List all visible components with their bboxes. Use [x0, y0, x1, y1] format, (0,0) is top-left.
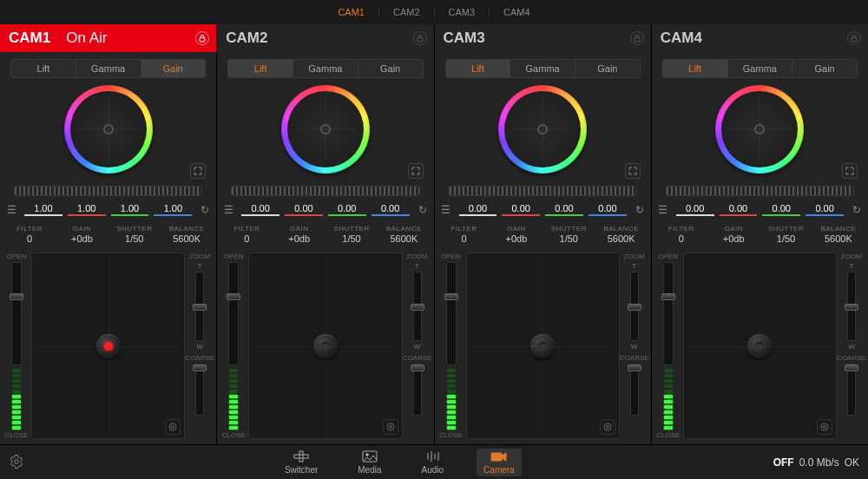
nav-switcher[interactable]: Switcher: [278, 449, 325, 476]
camera-tab[interactable]: CAM1: [334, 4, 368, 20]
gear-icon[interactable]: [9, 454, 26, 471]
value-b[interactable]: 0.00: [806, 203, 844, 216]
seg-gain[interactable]: Gain: [792, 59, 858, 78]
value-b[interactable]: 1.00: [154, 203, 192, 216]
seg-lift[interactable]: Lift: [662, 59, 728, 78]
seg-lift[interactable]: Lift: [227, 59, 293, 78]
coarse-slider[interactable]: [195, 364, 204, 416]
metric-gain[interactable]: GAIN +0db: [707, 225, 760, 244]
metric-filter[interactable]: FILTER 0: [655, 225, 707, 244]
metric-filter[interactable]: FILTER 0: [3, 225, 56, 244]
joystick[interactable]: [530, 334, 555, 358]
seg-lift[interactable]: Lift: [10, 59, 76, 78]
camera-tab[interactable]: CAM3: [445, 4, 479, 20]
seg-lift[interactable]: Lift: [445, 59, 511, 78]
value-w[interactable]: 0.00: [241, 203, 279, 216]
nav-audio[interactable]: Audio: [415, 449, 451, 476]
lock-icon[interactable]: [847, 31, 861, 45]
hamburger-icon[interactable]: ☰: [655, 204, 671, 216]
lock-icon[interactable]: [413, 31, 427, 45]
metric-shutter[interactable]: SHUTTER 1/50: [760, 225, 812, 244]
coarse-slider[interactable]: [413, 364, 422, 416]
iris-slider[interactable]: [11, 262, 22, 365]
seg-gamma[interactable]: Gamma: [510, 59, 575, 78]
value-r[interactable]: 0.00: [285, 203, 323, 216]
metric-gain[interactable]: GAIN +0db: [273, 225, 326, 244]
zoom-slider[interactable]: [195, 272, 204, 341]
seg-gain[interactable]: Gain: [141, 59, 207, 78]
value-g[interactable]: 1.00: [111, 203, 149, 216]
metric-balance[interactable]: BALANCE 5600K: [595, 225, 647, 244]
value-w[interactable]: 1.00: [24, 203, 62, 216]
value-g[interactable]: 0.00: [762, 203, 800, 216]
hamburger-icon[interactable]: ☰: [220, 204, 236, 216]
expand-icon[interactable]: [190, 163, 206, 179]
color-wheel[interactable]: [64, 85, 153, 174]
xy-pad[interactable]: [31, 253, 185, 439]
autofocus-icon[interactable]: [383, 419, 398, 435]
hamburger-icon[interactable]: ☰: [438, 204, 454, 216]
metric-shutter[interactable]: SHUTTER 1/50: [542, 225, 595, 244]
value-b[interactable]: 0.00: [372, 203, 410, 216]
reset-icon[interactable]: ↻: [197, 204, 213, 216]
metric-filter[interactable]: FILTER 0: [438, 225, 490, 244]
hamburger-icon[interactable]: ☰: [3, 204, 19, 216]
seg-gain[interactable]: Gain: [575, 59, 641, 78]
xy-pad[interactable]: [683, 253, 837, 439]
zoom-slider[interactable]: [630, 272, 639, 341]
ym-slider[interactable]: [217, 182, 433, 201]
metric-shutter[interactable]: SHUTTER 1/50: [108, 225, 161, 244]
value-r[interactable]: 1.00: [68, 203, 106, 216]
metric-balance[interactable]: BALANCE 5600K: [378, 225, 430, 244]
camera-tab[interactable]: CAM4: [500, 4, 534, 20]
nav-camera[interactable]: Camera: [477, 449, 522, 476]
metric-balance[interactable]: BALANCE 5600K: [161, 225, 213, 244]
iris-slider[interactable]: [228, 262, 239, 365]
ym-slider[interactable]: [652, 182, 868, 201]
value-g[interactable]: 0.00: [328, 203, 366, 216]
xy-pad[interactable]: [466, 253, 620, 439]
autofocus-icon[interactable]: [165, 419, 181, 435]
nav-media[interactable]: Media: [351, 449, 388, 476]
seg-gamma[interactable]: Gamma: [76, 59, 141, 78]
ym-slider[interactable]: [435, 182, 651, 201]
lock-icon[interactable]: [630, 31, 644, 45]
value-r[interactable]: 0.00: [720, 203, 758, 216]
seg-gain[interactable]: Gain: [358, 59, 424, 78]
color-wheel[interactable]: [715, 85, 804, 174]
reset-icon[interactable]: ↻: [632, 204, 648, 216]
color-wheel[interactable]: [498, 85, 587, 174]
value-w[interactable]: 0.00: [676, 203, 714, 216]
reset-icon[interactable]: ↻: [849, 204, 865, 216]
value-w[interactable]: 0.00: [459, 203, 497, 216]
expand-icon[interactable]: [625, 163, 641, 179]
value-g[interactable]: 0.00: [545, 203, 583, 216]
value-b[interactable]: 0.00: [589, 203, 627, 216]
lock-icon[interactable]: [195, 31, 209, 45]
metric-balance[interactable]: BALANCE 5600K: [812, 225, 865, 244]
ym-slider[interactable]: [0, 182, 216, 201]
seg-gamma[interactable]: Gamma: [728, 59, 793, 78]
color-wheel[interactable]: [281, 85, 370, 174]
value-r[interactable]: 0.00: [502, 203, 540, 216]
expand-icon[interactable]: [842, 163, 858, 179]
coarse-slider[interactable]: [630, 364, 639, 416]
coarse-slider[interactable]: [847, 364, 856, 416]
joystick[interactable]: [313, 334, 338, 358]
reset-icon[interactable]: ↻: [415, 204, 431, 216]
camera-tab[interactable]: CAM2: [390, 4, 424, 20]
autofocus-icon[interactable]: [817, 419, 832, 435]
xy-pad[interactable]: [248, 253, 402, 439]
zoom-slider[interactable]: [847, 272, 856, 341]
metric-filter[interactable]: FILTER 0: [220, 225, 273, 244]
iris-slider[interactable]: [446, 262, 457, 365]
metric-gain[interactable]: GAIN +0db: [56, 225, 108, 244]
metric-gain[interactable]: GAIN +0db: [490, 225, 542, 244]
expand-icon[interactable]: [408, 163, 424, 179]
iris-slider[interactable]: [663, 262, 674, 365]
joystick[interactable]: [96, 334, 121, 358]
zoom-slider[interactable]: [413, 272, 422, 341]
joystick[interactable]: [747, 334, 772, 358]
autofocus-icon[interactable]: [600, 419, 615, 435]
seg-gamma[interactable]: Gamma: [293, 59, 358, 78]
